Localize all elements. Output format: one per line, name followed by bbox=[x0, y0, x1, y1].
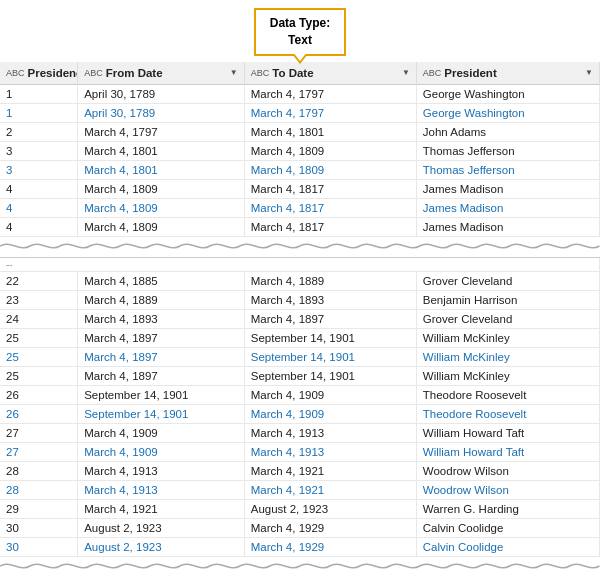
cell-presidency: 23 bbox=[0, 290, 78, 309]
cell-president: Grover Cleveland bbox=[416, 309, 599, 328]
col-header-to-date[interactable]: ABC To Date ▼ bbox=[244, 62, 416, 85]
col-label-presidency: Presidency bbox=[28, 67, 78, 79]
cell-president: Warren G. Harding bbox=[416, 499, 599, 518]
table-wrapper: ABC Presidency ▼ ABC From Date ▼ ABC bbox=[0, 62, 600, 571]
cell-to_date: March 4, 1929 bbox=[244, 537, 416, 556]
table-row: 3March 4, 1801March 4, 1809Thomas Jeffer… bbox=[0, 141, 600, 160]
cell-president: Theodore Roosevelt bbox=[416, 385, 599, 404]
cell-presidency: 30 bbox=[0, 537, 78, 556]
col-header-presidency[interactable]: ABC Presidency ▼ bbox=[0, 62, 78, 85]
col-label-president: President bbox=[444, 67, 496, 79]
data-type-tooltip: Data Type: Text bbox=[254, 8, 346, 56]
cell-president: James Madison bbox=[416, 217, 599, 236]
cell-president: James Madison bbox=[416, 198, 599, 217]
table-row: 22March 4, 1885March 4, 1889Grover Cleve… bbox=[0, 271, 600, 290]
cell-president: James Madison bbox=[416, 179, 599, 198]
cell-from_date: March 4, 1801 bbox=[78, 141, 245, 160]
table-row: 24March 4, 1893March 4, 1897Grover Cleve… bbox=[0, 309, 600, 328]
cell-president: Thomas Jefferson bbox=[416, 141, 599, 160]
cell-from_date: March 4, 1913 bbox=[78, 480, 245, 499]
cell-from_date: March 4, 1921 bbox=[78, 499, 245, 518]
dropdown-arrow-from[interactable]: ▼ bbox=[230, 68, 238, 77]
cell-presidency: 3 bbox=[0, 160, 78, 179]
cell-to_date: March 4, 1817 bbox=[244, 198, 416, 217]
cell-from_date: March 4, 1913 bbox=[78, 461, 245, 480]
dropdown-arrow-to[interactable]: ▼ bbox=[402, 68, 410, 77]
col-header-president[interactable]: ABC President ▼ bbox=[416, 62, 599, 85]
table-row: 25March 4, 1897September 14, 1901William… bbox=[0, 366, 600, 385]
cell-presidency: 22 bbox=[0, 271, 78, 290]
table-row: 30August 2, 1923March 4, 1929Calvin Cool… bbox=[0, 518, 600, 537]
cell-presidency: 1 bbox=[0, 103, 78, 122]
dash-cell: -- bbox=[0, 257, 600, 271]
table-row: 28March 4, 1913March 4, 1921Woodrow Wils… bbox=[0, 461, 600, 480]
tooltip-line2: Text bbox=[288, 33, 312, 47]
cell-president: William McKinley bbox=[416, 328, 599, 347]
cell-president: Calvin Coolidge bbox=[416, 537, 599, 556]
table-row: 25March 4, 1897September 14, 1901William… bbox=[0, 328, 600, 347]
cell-presidency: 26 bbox=[0, 385, 78, 404]
cell-from_date: March 4, 1909 bbox=[78, 423, 245, 442]
cell-to_date: March 4, 1809 bbox=[244, 160, 416, 179]
table-row: 1April 30, 1789March 4, 1797George Washi… bbox=[0, 84, 600, 103]
table-row: 30August 2, 1923March 4, 1929Calvin Cool… bbox=[0, 537, 600, 556]
cell-to_date: March 4, 1817 bbox=[244, 179, 416, 198]
cell-from_date: March 4, 1801 bbox=[78, 160, 245, 179]
cell-to_date: March 4, 1913 bbox=[244, 423, 416, 442]
cell-president: Woodrow Wilson bbox=[416, 461, 599, 480]
cell-presidency: 28 bbox=[0, 461, 78, 480]
cell-presidency: 29 bbox=[0, 499, 78, 518]
cell-from_date: September 14, 1901 bbox=[78, 385, 245, 404]
tooltip-container: Data Type: Text bbox=[0, 0, 600, 56]
table-row: 3March 4, 1801March 4, 1809Thomas Jeffer… bbox=[0, 160, 600, 179]
cell-from_date: August 2, 1923 bbox=[78, 537, 245, 556]
cell-presidency: 25 bbox=[0, 347, 78, 366]
table-row: 4March 4, 1809March 4, 1817James Madison bbox=[0, 217, 600, 236]
cell-from_date: March 4, 1809 bbox=[78, 217, 245, 236]
cell-to_date: March 4, 1801 bbox=[244, 122, 416, 141]
cell-to_date: March 4, 1897 bbox=[244, 309, 416, 328]
table-header: ABC Presidency ▼ ABC From Date ▼ ABC bbox=[0, 62, 600, 85]
cell-to_date: March 4, 1909 bbox=[244, 404, 416, 423]
squiggle-separator-row-bottom bbox=[0, 556, 600, 571]
cell-presidency: 27 bbox=[0, 423, 78, 442]
cell-to_date: March 4, 1797 bbox=[244, 84, 416, 103]
table-row: 27March 4, 1909March 4, 1913William Howa… bbox=[0, 442, 600, 461]
cell-presidency: 2 bbox=[0, 122, 78, 141]
cell-president: William McKinley bbox=[416, 366, 599, 385]
cell-presidency: 30 bbox=[0, 518, 78, 537]
cell-to_date: March 4, 1893 bbox=[244, 290, 416, 309]
cell-to_date: March 4, 1913 bbox=[244, 442, 416, 461]
cell-president: William Howard Taft bbox=[416, 442, 599, 461]
cell-to_date: March 4, 1921 bbox=[244, 480, 416, 499]
cell-president: Grover Cleveland bbox=[416, 271, 599, 290]
abc-icon-presidency: ABC bbox=[6, 68, 25, 78]
table-row: 4March 4, 1809March 4, 1817James Madison bbox=[0, 179, 600, 198]
cell-presidency: 1 bbox=[0, 84, 78, 103]
cell-from_date: March 4, 1893 bbox=[78, 309, 245, 328]
cell-presidency: 25 bbox=[0, 366, 78, 385]
dash-row: -- bbox=[0, 257, 600, 271]
table-row: 27March 4, 1909March 4, 1913William Howa… bbox=[0, 423, 600, 442]
cell-presidency: 4 bbox=[0, 217, 78, 236]
cell-presidency: 25 bbox=[0, 328, 78, 347]
table-row: 29March 4, 1921August 2, 1923Warren G. H… bbox=[0, 499, 600, 518]
data-table: ABC Presidency ▼ ABC From Date ▼ ABC bbox=[0, 62, 600, 571]
col-label-from: From Date bbox=[106, 67, 163, 79]
abc-icon-from: ABC bbox=[84, 68, 103, 78]
col-header-from-date[interactable]: ABC From Date ▼ bbox=[78, 62, 245, 85]
table-row: 25March 4, 1897September 14, 1901William… bbox=[0, 347, 600, 366]
cell-president: Theodore Roosevelt bbox=[416, 404, 599, 423]
table-row: 23March 4, 1889March 4, 1893Benjamin Har… bbox=[0, 290, 600, 309]
dropdown-arrow-president[interactable]: ▼ bbox=[585, 68, 593, 77]
cell-from_date: March 4, 1889 bbox=[78, 290, 245, 309]
cell-from_date: March 4, 1809 bbox=[78, 179, 245, 198]
cell-presidency: 4 bbox=[0, 179, 78, 198]
table-row: 4March 4, 1809March 4, 1817James Madison bbox=[0, 198, 600, 217]
cell-to_date: March 4, 1909 bbox=[244, 385, 416, 404]
cell-from_date: April 30, 1789 bbox=[78, 84, 245, 103]
cell-from_date: March 4, 1897 bbox=[78, 347, 245, 366]
cell-to_date: March 4, 1797 bbox=[244, 103, 416, 122]
cell-presidency: 26 bbox=[0, 404, 78, 423]
cell-from_date: August 2, 1923 bbox=[78, 518, 245, 537]
